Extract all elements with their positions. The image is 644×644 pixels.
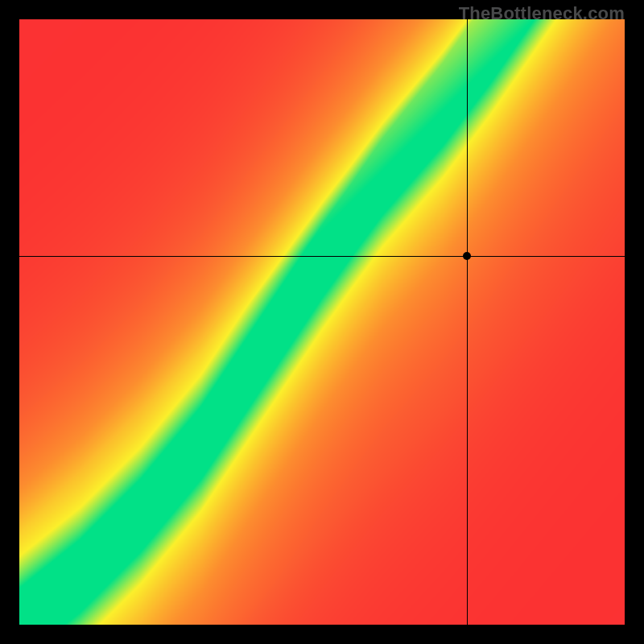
chart-frame: TheBottleneck.com bbox=[0, 0, 644, 644]
plot-area bbox=[19, 19, 625, 625]
heatmap-canvas bbox=[19, 19, 625, 625]
